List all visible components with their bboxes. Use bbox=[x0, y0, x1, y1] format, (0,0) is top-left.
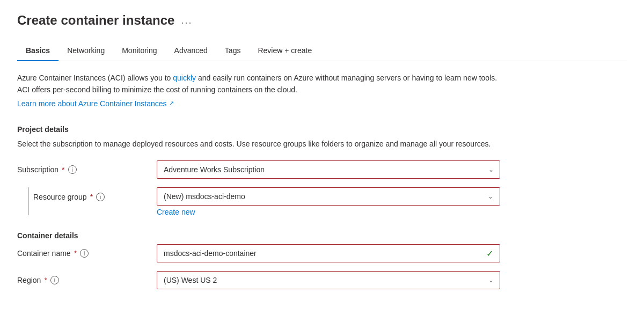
region-select[interactable]: (US) West US 2 bbox=[157, 271, 500, 289]
tab-basics[interactable]: Basics bbox=[17, 41, 58, 61]
resource-group-label-group: Resource group * i bbox=[33, 187, 157, 201]
container-details-title: Container details bbox=[17, 231, 627, 240]
page-title: Create container instance bbox=[17, 13, 174, 28]
project-details-section: Project details Select the subscription … bbox=[17, 125, 627, 227]
create-new-link[interactable]: Create new bbox=[157, 208, 195, 216]
project-details-title: Project details bbox=[17, 125, 627, 134]
region-label-text: Region bbox=[17, 276, 41, 284]
container-name-input-container: ✓ bbox=[157, 244, 500, 262]
resource-group-label: Resource group * i bbox=[33, 193, 105, 201]
resource-group-select[interactable]: (New) msdocs-aci-demo bbox=[157, 188, 500, 205]
container-name-input-wrapper: ✓ bbox=[157, 244, 500, 262]
region-label-group: Region * i bbox=[17, 276, 157, 284]
page-header: Create container instance ... bbox=[17, 13, 627, 28]
region-label: Region * i bbox=[17, 276, 157, 284]
container-name-label-text: Container name bbox=[17, 249, 71, 258]
description-text: Azure Container Instances (ACI) allows y… bbox=[17, 72, 500, 96]
region-select-container: (US) West US 2 ⌄ bbox=[157, 271, 500, 289]
tabs-nav: Basics Networking Monitoring Advanced Ta… bbox=[17, 41, 627, 61]
container-name-label: Container name * i bbox=[17, 249, 157, 258]
region-row: Region * i (US) West US 2 ⌄ bbox=[17, 271, 627, 289]
tab-networking[interactable]: Networking bbox=[58, 41, 113, 61]
resource-group-select-container: (New) msdocs-aci-demo ⌄ bbox=[157, 187, 500, 206]
subscription-select-container: Adventure Works Subscription ⌄ bbox=[157, 160, 500, 179]
resource-group-info-icon[interactable]: i bbox=[96, 193, 105, 201]
container-name-input[interactable] bbox=[157, 245, 480, 262]
resource-group-field-col: (New) msdocs-aci-demo ⌄ Create new bbox=[157, 187, 500, 227]
ellipsis-menu-button[interactable]: ... bbox=[181, 15, 192, 26]
description-part1: Azure Container Instances (ACI) allows y… bbox=[17, 74, 173, 82]
tab-review-create[interactable]: Review + create bbox=[249, 41, 320, 61]
external-link-icon: ↗ bbox=[169, 100, 174, 107]
resource-group-required-star: * bbox=[90, 193, 93, 201]
container-name-required-star: * bbox=[74, 249, 77, 258]
container-name-row: Container name * i ✓ bbox=[17, 244, 627, 262]
learn-more-text: Learn more about Azure Container Instanc… bbox=[17, 99, 167, 108]
learn-more-link[interactable]: Learn more about Azure Container Instanc… bbox=[17, 99, 174, 108]
container-name-valid-icon: ✓ bbox=[486, 248, 493, 259]
resource-group-row: Resource group * i (New) msdocs-aci-demo… bbox=[17, 187, 627, 227]
subscription-label-group: Subscription * i bbox=[17, 165, 157, 174]
tab-tags[interactable]: Tags bbox=[216, 41, 250, 61]
tab-monitoring[interactable]: Monitoring bbox=[113, 41, 165, 61]
tab-advanced[interactable]: Advanced bbox=[166, 41, 216, 61]
subscription-required-star: * bbox=[62, 165, 64, 174]
subscription-label: Subscription * i bbox=[17, 165, 157, 174]
container-name-label-group: Container name * i bbox=[17, 249, 157, 258]
container-details-section: Container details Container name * i ✓ R… bbox=[17, 231, 627, 289]
project-details-description: Select the subscription to manage deploy… bbox=[17, 138, 500, 150]
region-select-wrapper: (US) West US 2 ⌄ bbox=[157, 271, 500, 289]
description-highlight: quickly bbox=[173, 74, 196, 82]
indent-line bbox=[28, 187, 29, 215]
region-info-icon[interactable]: i bbox=[50, 276, 59, 284]
region-required-star: * bbox=[44, 276, 47, 284]
subscription-select[interactable]: Adventure Works Subscription bbox=[157, 160, 500, 179]
resource-group-label-text: Resource group bbox=[33, 193, 87, 201]
subscription-info-icon[interactable]: i bbox=[68, 165, 77, 174]
subscription-label-text: Subscription bbox=[17, 165, 58, 174]
subscription-row: Subscription * i Adventure Works Subscri… bbox=[17, 160, 627, 179]
subscription-select-wrapper: Adventure Works Subscription ⌄ bbox=[157, 160, 500, 179]
container-name-info-icon[interactable]: i bbox=[80, 249, 89, 258]
